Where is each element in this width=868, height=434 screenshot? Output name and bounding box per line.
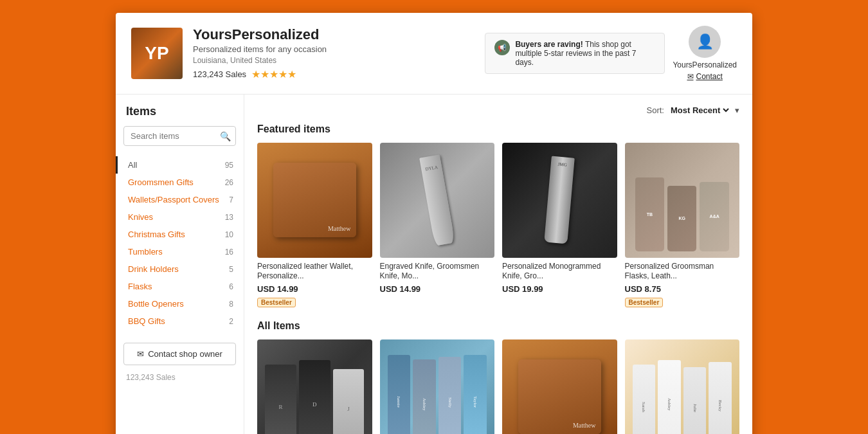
- owner-name: YoursPersonalized: [673, 60, 737, 69]
- product-image: DYLA: [380, 143, 495, 258]
- bestseller-badge: Bestseller: [625, 298, 664, 307]
- shop-tagline: Personalized items for any occasion: [193, 44, 475, 54]
- search-input[interactable]: [123, 126, 236, 146]
- product-card[interactable]: Sarah Ashley Julie Becky Nurse Graduatio…: [625, 339, 740, 434]
- category-count: 95: [225, 161, 233, 170]
- avatar: 👤: [689, 26, 721, 58]
- category-name: Drink Holders: [128, 264, 179, 274]
- product-title: Personalized leather Wallet, Personalize…: [257, 262, 372, 282]
- product-price: USD 19.99: [502, 284, 617, 294]
- sidebar-title: Items: [116, 105, 244, 126]
- product-price: USD 14.99: [257, 284, 372, 294]
- raving-icon: 📢: [494, 40, 510, 55]
- shop-badge-area: 📢 Buyers are raving! This shop got multi…: [485, 26, 737, 81]
- shop-location: Louisiana, United States: [193, 56, 475, 65]
- search-icon: 🔍: [220, 131, 231, 141]
- contact-shop-button[interactable]: ✉ Contact shop owner: [123, 343, 236, 365]
- category-item[interactable]: Bottle Openers8: [116, 295, 244, 312]
- main-content: Items 🔍 All95Groomsmen Gifts26Wallets/Pa…: [116, 95, 752, 434]
- category-item[interactable]: Flasks6: [116, 278, 244, 295]
- shop-name: YoursPersonalized: [193, 26, 475, 43]
- product-card[interactable]: DYLA Engraved Knife, Groomsmen Knife, Mo…: [380, 143, 495, 307]
- category-list: All95Groomsmen Gifts26Wallets/Passport C…: [116, 156, 244, 330]
- shop-owner-panel: 👤 YoursPersonalized ✉ Contact: [673, 26, 737, 81]
- category-item[interactable]: All95: [116, 156, 244, 174]
- search-box: 🔍: [123, 126, 236, 146]
- badge-text: Buyers are raving! This shop got multipl…: [515, 40, 655, 67]
- category-item[interactable]: Wallets/Passport Covers7: [116, 191, 244, 208]
- sidebar-sales: 123,243 Sales: [116, 365, 244, 382]
- product-price: USD 14.99: [380, 284, 495, 294]
- product-card[interactable]: Matthew Personalized leather Wallet, Per…: [257, 143, 372, 307]
- star-rating: ★★★★★: [251, 68, 296, 80]
- category-count: 13: [225, 213, 233, 222]
- product-image: Jannie Ashley Stelly Taylor: [380, 339, 495, 434]
- product-card[interactable]: Jannie Ashley Stelly Taylor Stainless St…: [380, 339, 495, 434]
- category-name: Tumblers: [128, 247, 163, 257]
- product-title: Personalized Monogrammed Knife, Gro...: [502, 262, 617, 282]
- product-image: Matthew: [257, 143, 372, 258]
- product-title: Personalized Groomsman Flasks, Leath...: [625, 262, 740, 282]
- message-icon: ✉: [137, 349, 144, 359]
- product-image: Sarah Ashley Julie Becky: [625, 339, 740, 434]
- category-count: 16: [225, 248, 233, 257]
- chevron-down-icon: ▾: [735, 105, 739, 115]
- bestseller-badge: Bestseller: [257, 298, 296, 307]
- category-item[interactable]: BBQ Gifts2: [116, 312, 244, 330]
- all-items-section-title: All Items: [257, 320, 739, 332]
- category-name: Bottle Openers: [128, 299, 184, 309]
- shop-header: YP YoursPersonalized Personalized items …: [116, 13, 752, 95]
- category-name: Flasks: [128, 282, 152, 291]
- category-count: 6: [229, 282, 233, 291]
- category-item[interactable]: Groomsmen Gifts26: [116, 174, 244, 191]
- product-card[interactable]: R D J Groomsmen Tumbler, Bachelor Party …: [257, 339, 372, 434]
- sort-select[interactable]: Most Recent: [668, 105, 731, 116]
- category-count: 5: [229, 265, 233, 274]
- sort-label: Sort:: [647, 105, 664, 115]
- envelope-icon: ✉: [687, 72, 694, 81]
- shop-stats: 123,243 Sales ★★★★★: [193, 68, 475, 80]
- category-item[interactable]: Drink Holders5: [116, 260, 244, 278]
- category-name: BBQ Gifts: [128, 316, 165, 326]
- shop-window: YP YoursPersonalized Personalized items …: [116, 13, 752, 434]
- product-title: Engraved Knife, Groomsmen Knife, Mo...: [380, 262, 495, 282]
- product-price: USD 8.75: [625, 284, 740, 294]
- product-image: Matthew: [502, 339, 617, 434]
- category-count: 26: [225, 178, 233, 187]
- product-card[interactable]: TB KG A&A Personalized Groomsman Flasks,…: [625, 143, 740, 307]
- category-name: Groomsmen Gifts: [128, 177, 194, 187]
- sidebar: Items 🔍 All95Groomsmen Gifts26Wallets/Pa…: [116, 95, 244, 434]
- sort-bar: Sort: Most Recent ▾: [257, 105, 739, 116]
- shop-logo: YP: [131, 28, 183, 79]
- featured-section-title: Featured items: [257, 123, 739, 135]
- category-count: 2: [229, 317, 233, 326]
- category-name: Christmas Gifts: [128, 230, 185, 239]
- product-card[interactable]: JMG Personalized Monogrammed Knife, Gro.…: [502, 143, 617, 307]
- category-item[interactable]: Christmas Gifts10: [116, 226, 244, 243]
- contact-btn-label: Contact shop owner: [148, 349, 222, 359]
- category-count: 10: [225, 230, 233, 239]
- category-count: 7: [229, 195, 233, 204]
- sales-count: 123,243 Sales: [193, 69, 246, 79]
- product-image: R D J: [257, 339, 372, 434]
- category-count: 8: [229, 300, 233, 309]
- product-image: TB KG A&A: [625, 143, 740, 258]
- all-items-grid: R D J Groomsmen Tumbler, Bachelor Party …: [257, 339, 739, 434]
- product-card[interactable]: Matthew Personalized leather Wallet, Per…: [502, 339, 617, 434]
- featured-grid: Matthew Personalized leather Wallet, Per…: [257, 143, 739, 307]
- product-image: JMG: [502, 143, 617, 258]
- category-name: Wallets/Passport Covers: [128, 195, 219, 204]
- category-name: All: [128, 160, 137, 170]
- category-item[interactable]: Tumblers16: [116, 243, 244, 260]
- category-name: Knives: [128, 212, 153, 222]
- shop-info: YoursPersonalized Personalized items for…: [193, 26, 475, 80]
- owner-contact-link[interactable]: ✉ Contact: [687, 72, 723, 81]
- buyers-raving-badge: 📢 Buyers are raving! This shop got multi…: [485, 33, 665, 74]
- category-item[interactable]: Knives13: [116, 208, 244, 226]
- content-area: Sort: Most Recent ▾ Featured items Matth…: [244, 95, 752, 434]
